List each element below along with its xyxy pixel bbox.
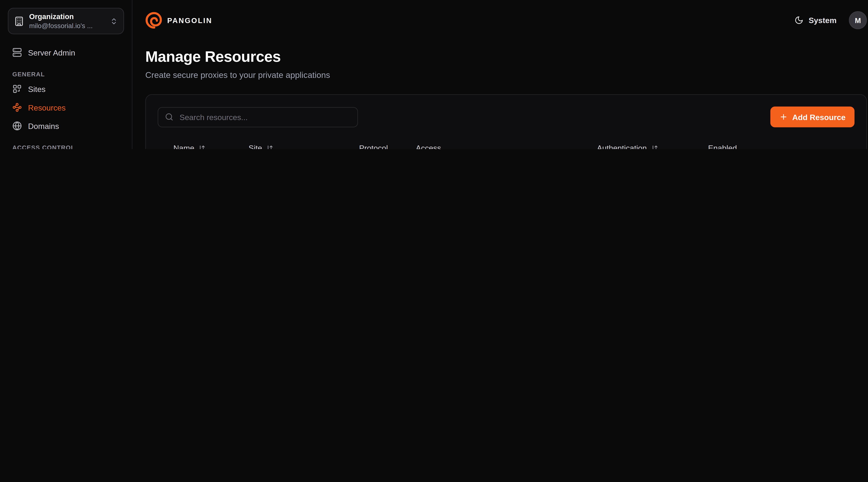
sites-icon <box>12 84 22 94</box>
topbar-right: System M <box>795 11 867 29</box>
theme-toggle[interactable]: System <box>795 15 837 25</box>
add-resource-button[interactable]: Add Resource <box>770 106 855 127</box>
org-switcher[interactable]: Organization milo@fossorial.io's ... <box>8 8 124 34</box>
column-header-authentication: Authentication <box>597 143 708 149</box>
plus-icon <box>779 113 788 121</box>
sidebar-item-label: Resources <box>28 103 66 112</box>
section-label-general: GENERAL <box>12 71 119 77</box>
page-header: Manage Resources Create secure proxies t… <box>145 48 867 79</box>
sort-authentication-button[interactable] <box>651 144 658 149</box>
column-header-protocol: Protocol <box>359 143 415 149</box>
search-box <box>158 107 358 127</box>
sort-name-button[interactable] <box>198 144 206 149</box>
table-header-row: Name Site Protocol Access Authentication… <box>158 136 855 149</box>
server-icon <box>12 48 22 57</box>
sort-icon <box>198 144 206 149</box>
pangolin-logo-icon <box>145 12 162 29</box>
card-toolbar: Add Resource <box>158 106 855 127</box>
brand[interactable]: PANGOLIN <box>145 12 212 29</box>
resources-table: Name Site Protocol Access Authentication… <box>158 136 855 149</box>
brand-name: PANGOLIN <box>167 16 212 24</box>
app-window: Organization milo@fossorial.io's ... Ser… <box>0 0 868 149</box>
avatar[interactable]: M <box>849 11 867 29</box>
avatar-initial: M <box>855 16 861 24</box>
sidebar: Organization milo@fossorial.io's ... Ser… <box>0 0 132 149</box>
org-switcher-text: Organization milo@fossorial.io's ... <box>29 12 105 30</box>
sidebar-item-label: Domains <box>28 122 59 130</box>
resources-card: Add Resource Name Site Protocol Access <box>145 94 867 149</box>
section-label-access-control: ACCESS CONTROL <box>12 144 119 149</box>
search-input[interactable] <box>179 112 351 122</box>
chevrons-up-down-icon <box>110 17 118 25</box>
page-subtitle: Create secure proxies to your private ap… <box>145 70 867 79</box>
sort-icon <box>266 144 273 149</box>
sort-site-button[interactable] <box>266 144 273 149</box>
org-subtitle: milo@fossorial.io's ... <box>29 22 105 30</box>
sidebar-item-label: Server Admin <box>28 48 75 57</box>
column-header-site: Site <box>242 143 359 149</box>
sort-icon <box>651 144 658 149</box>
column-header-access: Access <box>416 143 597 149</box>
sidebar-item-sites[interactable]: Sites <box>8 79 124 98</box>
sidebar-item-label: Sites <box>28 84 45 93</box>
globe-icon <box>12 121 22 131</box>
sidebar-item-resources[interactable]: Resources <box>8 98 124 117</box>
org-title: Organization <box>29 12 105 21</box>
column-header-name: Name <box>158 143 242 149</box>
page-title: Manage Resources <box>145 48 867 66</box>
sidebar-item-server-admin[interactable]: Server Admin <box>8 43 124 62</box>
waypoints-icon <box>12 102 22 112</box>
sidebar-item-domains[interactable]: Domains <box>8 117 124 135</box>
main-content: PANGOLIN System M Manage Resources Creat… <box>132 0 868 149</box>
building-icon <box>14 16 24 26</box>
moon-icon <box>795 15 804 25</box>
search-icon <box>165 113 173 121</box>
topbar: PANGOLIN System M <box>145 0 867 40</box>
screen: Organization milo@fossorial.io's ... Ser… <box>0 0 868 149</box>
column-header-enabled: Enabled <box>708 143 779 149</box>
theme-label: System <box>809 15 837 25</box>
